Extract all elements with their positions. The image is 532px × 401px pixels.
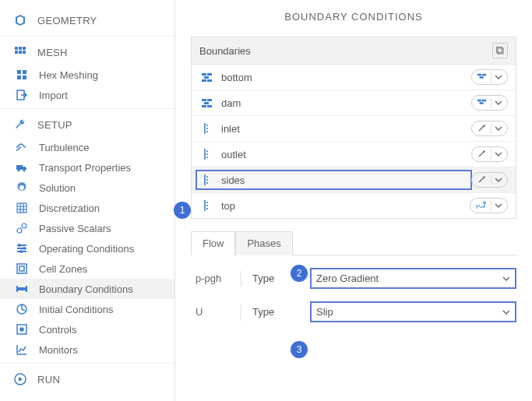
- wrench-icon: [14, 118, 26, 131]
- svg-rect-47: [477, 100, 481, 102]
- sidebar-label: Operating Conditions: [39, 243, 160, 255]
- svg-point-30: [20, 328, 23, 331]
- boundary-row-top[interactable]: top P: [192, 193, 516, 218]
- svg-text:P: P: [476, 203, 480, 210]
- svg-rect-8: [17, 76, 21, 79]
- svg-rect-44: [204, 102, 209, 104]
- svg-rect-11: [16, 165, 23, 170]
- svg-rect-39: [477, 74, 481, 76]
- grid-icon: [16, 202, 28, 214]
- truck-icon: [16, 161, 28, 174]
- row-type-button[interactable]: [471, 69, 508, 85]
- svg-rect-48: [482, 100, 486, 102]
- sidebar-item-transport[interactable]: Transport Properties: [0, 157, 174, 178]
- svg-rect-9: [23, 76, 26, 79]
- svg-point-12: [18, 170, 20, 172]
- sidebar-item-monitors[interactable]: Monitors: [0, 339, 174, 360]
- patch-icon: [201, 199, 213, 212]
- tabs: Flow Phases: [191, 231, 516, 255]
- boundary-row-sides[interactable]: sides: [192, 167, 516, 193]
- boundaries-panel: Boundaries bottom dam: [191, 37, 516, 219]
- chevron-down-icon: [495, 150, 502, 158]
- row-type-button[interactable]: P: [470, 198, 508, 213]
- svg-rect-2: [23, 47, 26, 50]
- sidebar-label: Cell Zones: [39, 263, 160, 275]
- sidebar-section-run[interactable]: RUN: [0, 367, 174, 392]
- sidebar-section-mesh[interactable]: MESH: [0, 40, 174, 65]
- row-label: outlet: [221, 149, 246, 160]
- hex-icon: [16, 69, 28, 81]
- callout-badge-3: 3: [291, 341, 308, 358]
- select-u-type[interactable]: Slip: [310, 301, 516, 322]
- sidebar-section-geometry[interactable]: GEOMETRY: [0, 8, 174, 33]
- svg-rect-34: [202, 73, 206, 76]
- panel-header-label: Boundaries: [199, 45, 251, 57]
- chevron-down-icon: [495, 99, 502, 107]
- wall-icon: [201, 71, 213, 83]
- geometry-icon: [14, 14, 26, 26]
- row-type-button[interactable]: [471, 172, 508, 188]
- patch-icon: [201, 122, 213, 135]
- copy-button[interactable]: [492, 43, 508, 58]
- row-label: sides: [221, 174, 245, 186]
- svg-rect-36: [204, 76, 209, 79]
- chevron-down-icon: [502, 275, 510, 283]
- svg-rect-23: [17, 264, 26, 273]
- boundary-row-dam[interactable]: dam: [192, 90, 516, 116]
- sidebar-item-passive[interactable]: Passive Scalars: [0, 218, 174, 238]
- boundary-row-bottom[interactable]: bottom: [192, 65, 516, 90]
- tab-flow[interactable]: Flow: [191, 231, 235, 255]
- sidebar-label: SETUP: [37, 119, 160, 131]
- sidebar-label: Monitors: [39, 344, 160, 356]
- svg-rect-40: [482, 74, 486, 76]
- sidebar-label: Boundary Conditions: [39, 283, 160, 295]
- svg-rect-41: [480, 76, 484, 79]
- row-type-button[interactable]: [471, 146, 508, 162]
- chart-icon: [16, 343, 28, 356]
- zones-icon: [16, 262, 28, 275]
- sidebar-item-controls[interactable]: Controls: [0, 319, 174, 339]
- field-label: U: [196, 306, 230, 318]
- svg-rect-43: [207, 99, 212, 101]
- callout-badge-2: 2: [291, 265, 308, 282]
- play-icon: [14, 373, 26, 385]
- sidebar-item-solution[interactable]: Solution: [0, 178, 174, 198]
- sidebar-label: Turbulence: [39, 142, 160, 153]
- sidebar-item-turbulence[interactable]: Turbulence: [0, 137, 174, 157]
- svg-rect-27: [26, 286, 27, 292]
- import-icon: [16, 89, 28, 101]
- flag-icon: [16, 303, 28, 315]
- gear-icon: [16, 181, 28, 194]
- sidebar-item-cell-zones[interactable]: Cell Zones: [0, 259, 174, 279]
- sidebar-item-hex-meshing[interactable]: Hex Meshing: [0, 65, 174, 85]
- wall-icon: [201, 97, 213, 109]
- svg-rect-46: [207, 105, 212, 107]
- svg-point-13: [23, 170, 26, 172]
- select-value: Slip: [316, 306, 333, 318]
- boundary-row-outlet[interactable]: outlet: [192, 142, 516, 167]
- form-row-u: U Type Slip: [191, 289, 516, 322]
- svg-rect-1: [19, 47, 22, 50]
- sidebar-label: Solution: [39, 182, 160, 194]
- tab-phases[interactable]: Phases: [235, 231, 292, 255]
- chevron-down-icon: [495, 73, 502, 81]
- select-ppgh-type[interactable]: Zero Gradient: [310, 268, 516, 289]
- row-label: bottom: [221, 72, 252, 83]
- sidebar-item-import[interactable]: Import: [0, 85, 174, 105]
- row-label: dam: [221, 97, 241, 109]
- sidebar-item-boundary-conditions[interactable]: Boundary Conditions: [0, 279, 174, 299]
- chevron-down-icon: [495, 202, 502, 209]
- sidebar-item-initial[interactable]: Initial Conditions: [0, 299, 174, 319]
- row-type-button[interactable]: [471, 95, 508, 111]
- sidebar: GEOMETRY MESH Hex Meshing Import SETUP: [0, 0, 175, 401]
- sidebar-section-setup[interactable]: SETUP: [0, 112, 174, 137]
- sidebar-label: MESH: [37, 47, 160, 58]
- row-type-button[interactable]: [471, 121, 508, 136]
- svg-rect-37: [202, 79, 206, 82]
- svg-point-20: [18, 244, 21, 247]
- svg-rect-24: [19, 266, 24, 271]
- svg-point-21: [23, 247, 26, 250]
- sidebar-item-operating[interactable]: Operating Conditions: [0, 238, 174, 259]
- sidebar-item-discretization[interactable]: Discretization: [0, 198, 174, 218]
- boundary-row-inlet[interactable]: inlet: [192, 116, 516, 142]
